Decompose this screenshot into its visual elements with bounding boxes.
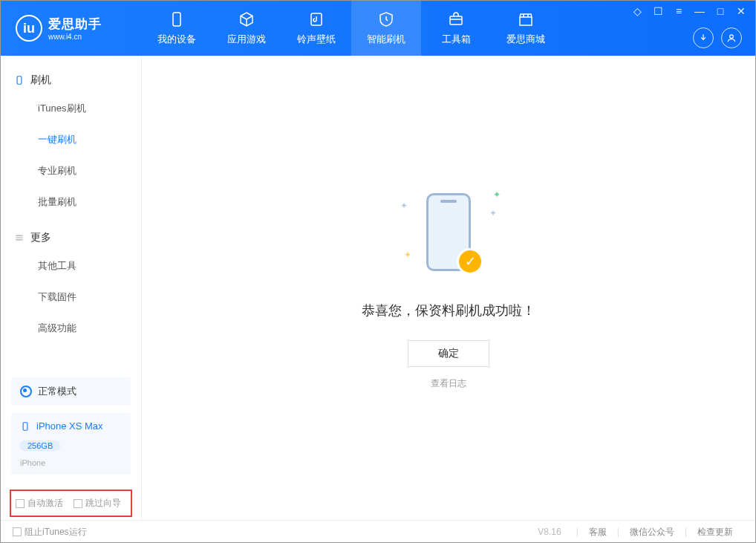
- store-icon: [517, 10, 535, 28]
- toolbox-icon: [447, 10, 465, 28]
- user-icon: [726, 33, 737, 43]
- app-title: 爱思助手: [48, 16, 102, 33]
- logo-icon: iu: [16, 15, 42, 42]
- device-mode-label: 正常模式: [38, 385, 76, 398]
- sidebar-item-other-tools[interactable]: 其他工具: [1, 250, 141, 282]
- main-content: ✦ ✦ ✦ ✦ ✓ 恭喜您，保资料刷机成功啦！ 确定 查看日志: [142, 56, 755, 520]
- checkbox-skip-guide[interactable]: 跳过向导: [74, 497, 121, 510]
- device-info-area: 正常模式 iPhone XS Max 256GB iPhone: [1, 370, 141, 482]
- tab-label: 智能刷机: [367, 33, 405, 46]
- sidebar-item-oneclick-flash[interactable]: 一键刷机: [1, 124, 141, 155]
- tab-label: 我的设备: [157, 33, 196, 46]
- download-button[interactable]: [693, 27, 714, 48]
- checkbox-label: 跳过向导: [85, 497, 121, 510]
- sparkle-icon: ✦: [489, 208, 497, 218]
- sidebar-section-flash: 刷机: [1, 68, 141, 93]
- section-label: 刷机: [30, 74, 51, 87]
- close-icon[interactable]: ✕: [734, 5, 748, 17]
- app-header: iu 爱思助手 www.i4.cn 我的设备 应用游戏 铃声壁纸 智能刷机 工具…: [1, 1, 755, 56]
- tab-label: 爱思商城: [506, 33, 545, 46]
- shield-icon: [377, 10, 395, 28]
- device-detail-box[interactable]: iPhone XS Max 256GB iPhone: [11, 413, 131, 475]
- tab-label: 应用游戏: [227, 33, 266, 46]
- sparkle-icon: ✦: [400, 201, 408, 211]
- version-label: V8.16: [538, 527, 561, 537]
- window-controls: ◇ ☐ ≡ — □ ✕: [630, 5, 748, 17]
- checkbox-icon: [74, 499, 82, 508]
- app-url: www.i4.cn: [48, 33, 102, 41]
- sidebar-item-pro-flash[interactable]: 专业刷机: [1, 155, 141, 186]
- maximize-icon[interactable]: □: [714, 5, 727, 17]
- checkbox-block-itunes[interactable]: 阻止iTunes运行: [13, 526, 87, 539]
- checkbox-label: 阻止iTunes运行: [25, 526, 87, 539]
- tab-my-device[interactable]: 我的设备: [142, 1, 212, 56]
- tab-ringtones[interactable]: 铃声壁纸: [281, 1, 351, 56]
- header-actions: [693, 27, 742, 48]
- sidebar-item-itunes-flash[interactable]: iTunes刷机: [1, 93, 141, 124]
- tab-label: 铃声壁纸: [297, 33, 336, 46]
- device-name: iPhone XS Max: [36, 420, 103, 432]
- footer-link-service[interactable]: 客服: [579, 526, 617, 539]
- checkbox-label: 自动激活: [27, 497, 63, 510]
- tab-flash[interactable]: 智能刷机: [351, 1, 421, 56]
- sidebar-item-advanced[interactable]: 高级功能: [1, 313, 141, 344]
- success-message: 恭喜您，保资料刷机成功啦！: [362, 302, 535, 319]
- svg-rect-2: [450, 16, 462, 25]
- checkbox-icon: [16, 499, 25, 508]
- ok-button[interactable]: 确定: [408, 340, 489, 367]
- status-bar: 阻止iTunes运行 V8.16 | 客服 | 微信公众号 | 检查更新: [1, 520, 755, 543]
- footer-link-update[interactable]: 检查更新: [687, 526, 743, 539]
- main-tabs: 我的设备 应用游戏 铃声壁纸 智能刷机 工具箱 爱思商城: [142, 1, 561, 56]
- view-log-link[interactable]: 查看日志: [431, 377, 466, 390]
- phone-icon: [20, 421, 30, 432]
- device-icon: [168, 10, 186, 28]
- device-mode-box[interactable]: 正常模式: [11, 377, 131, 406]
- svg-rect-4: [17, 77, 22, 85]
- list-icon: [14, 233, 25, 243]
- sparkle-icon: ✦: [404, 250, 411, 260]
- music-icon: [307, 10, 325, 28]
- tab-store[interactable]: 爱思商城: [491, 1, 561, 56]
- checkbox-icon: [13, 527, 22, 536]
- menu-icon[interactable]: ≡: [672, 5, 685, 17]
- sidebar-section-more: 更多: [1, 225, 141, 250]
- checkmark-badge-icon: ✓: [457, 248, 483, 275]
- checkbox-auto-activate[interactable]: 自动激活: [16, 497, 63, 510]
- feedback-icon[interactable]: ☐: [651, 5, 665, 17]
- tab-label: 工具箱: [442, 33, 471, 46]
- user-button[interactable]: [721, 27, 742, 48]
- download-icon: [698, 33, 708, 43]
- svg-rect-0: [173, 13, 180, 26]
- logo: iu 爱思助手 www.i4.cn: [1, 15, 142, 42]
- device-type: iPhone: [20, 458, 45, 467]
- mode-icon: [20, 386, 32, 397]
- flash-options-highlighted: 自动激活 跳过向导: [10, 490, 132, 517]
- phone-icon: [14, 75, 25, 85]
- skin-icon[interactable]: ◇: [630, 5, 644, 17]
- cube-icon: [238, 10, 255, 28]
- section-label: 更多: [30, 231, 51, 244]
- footer-link-wechat[interactable]: 微信公众号: [619, 526, 685, 539]
- sidebar-item-batch-flash[interactable]: 批量刷机: [1, 186, 141, 218]
- tab-apps[interactable]: 应用游戏: [212, 1, 281, 56]
- sparkle-icon: ✦: [493, 189, 501, 200]
- svg-rect-5: [23, 422, 27, 430]
- sidebar-item-firmware[interactable]: 下载固件: [1, 282, 141, 313]
- success-illustration: ✦ ✦ ✦ ✦ ✓: [400, 186, 497, 282]
- device-capacity: 256GB: [20, 440, 60, 451]
- tab-toolbox[interactable]: 工具箱: [421, 1, 491, 56]
- minimize-icon[interactable]: —: [693, 5, 706, 17]
- sidebar: 刷机 iTunes刷机 一键刷机 专业刷机 批量刷机 更多 其他工具 下载固件 …: [1, 56, 142, 520]
- svg-point-3: [730, 35, 734, 39]
